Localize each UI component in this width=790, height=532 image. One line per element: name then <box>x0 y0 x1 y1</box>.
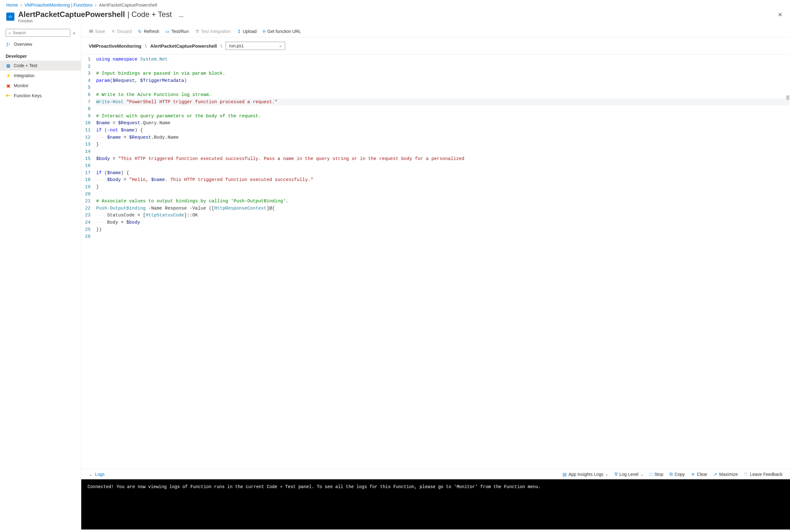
key-icon: 🔑︎ <box>6 93 11 98</box>
maximize-button[interactable]: ↗ Maximize <box>713 472 738 477</box>
test-integration-button[interactable]: ⚗ Test integration <box>195 29 231 34</box>
path-segment: AlertPacketCaptuePowershell <box>150 43 217 49</box>
chevron-down-icon: ⌄ <box>605 472 608 476</box>
upload-icon: ↥ <box>237 29 241 34</box>
clear-button[interactable]: ✕ Clear <box>691 472 707 477</box>
sidebar-section-developer: Developer <box>0 49 81 60</box>
save-button[interactable]: 💾︎ Save <box>89 29 105 34</box>
breadcrumb: Home › VMProactiveMonitoring | Functions… <box>0 0 790 9</box>
breadcrumb-current: AlertPacketCaptuePowershell <box>99 2 157 7</box>
search-input[interactable] <box>13 31 68 35</box>
play-icon: ▭ <box>165 29 169 34</box>
logs-btn-label: Log Level <box>619 472 638 477</box>
sidebar-item-label: Integration <box>14 73 35 78</box>
editor-gutter: 1234567891011121314151617181920212223242… <box>81 56 96 240</box>
more-icon[interactable]: … <box>178 13 184 18</box>
logs-btn-label: Leave Feedback <box>750 472 783 477</box>
code-icon: ▦ <box>6 63 11 68</box>
sidebar: ⌕ « ƒx Overview Developer ▦ Code + Test … <box>0 26 81 530</box>
app-insights-logs-button[interactable]: ▤ App Insights Logs ⌄ <box>563 472 608 477</box>
clear-icon: ✕ <box>691 472 695 477</box>
lightning-icon: ⚡ <box>6 73 11 78</box>
overview-icon: ƒx <box>6 42 11 47</box>
refresh-button[interactable]: ↻ Refresh <box>138 29 159 34</box>
code-editor[interactable]: 1234567891011121314151617181920212223242… <box>81 54 790 469</box>
file-select-dropdown[interactable]: run.ps1 <box>226 42 285 50</box>
toolbar-label: Refresh <box>144 29 159 34</box>
path-segment: VMProactiveMonitoring <box>89 43 142 49</box>
search-icon: ⌕ <box>8 31 11 35</box>
breadcrumb-home[interactable]: Home <box>6 2 18 7</box>
save-icon: 💾︎ <box>89 29 93 34</box>
main-content: 💾︎ Save ✕ Discard ↻ Refresh ▭ Test/Run ⚗… <box>81 26 790 530</box>
toolbar-label: Save <box>95 29 105 34</box>
toolbar-label: Upload <box>243 29 257 34</box>
copy-icon: ⧉ <box>670 472 673 477</box>
sidebar-item-code-test[interactable]: ▦ Code + Test <box>0 60 81 71</box>
log-level-button[interactable]: ∇ Log Level ⌄ <box>615 472 643 477</box>
path-separator: \ <box>221 43 222 49</box>
file-select-value: run.ps1 <box>229 43 244 48</box>
sidebar-item-label: Function Keys <box>14 93 42 98</box>
logs-btn-label: Maximize <box>719 472 738 477</box>
stop-icon: □ <box>650 472 652 477</box>
logs-toggle[interactable]: ⌄ Logs <box>89 472 105 477</box>
leave-feedback-button[interactable]: ♡ Leave Feedback <box>744 472 783 477</box>
list-icon: ▤ <box>563 472 567 477</box>
discard-icon: ✕ <box>111 29 115 34</box>
logs-btn-label: App Insights Logs <box>568 472 603 477</box>
test-run-button[interactable]: ▭ Test/Run <box>165 29 189 34</box>
search-input-wrap[interactable]: ⌕ <box>6 29 70 37</box>
copy-button[interactable]: ⧉ Copy <box>670 472 685 477</box>
page-subtitle: Function <box>18 19 184 23</box>
logs-console: Connected! You are now viewing logs of F… <box>81 479 790 530</box>
discard-button[interactable]: ✕ Discard <box>111 29 132 34</box>
sidebar-item-integration[interactable]: ⚡ Integration <box>0 71 81 81</box>
maximize-icon: ↗ <box>713 472 717 477</box>
flask-icon: ⚗ <box>195 29 199 34</box>
chevron-right-icon: › <box>95 2 97 7</box>
chevron-right-icon: › <box>20 2 22 7</box>
link-icon: ⎘ <box>263 29 265 34</box>
toolbar-label: Discard <box>117 29 132 34</box>
toolbar-label: Test/Run <box>171 29 189 34</box>
monitor-icon: ▣ <box>6 83 11 88</box>
refresh-icon: ↻ <box>138 29 142 34</box>
page-header: ‹/› AlertPacketCaptuePowershell | Code +… <box>0 9 790 26</box>
sidebar-item-label: Monitor <box>14 83 29 88</box>
toolbar-label: Test integration <box>201 29 231 34</box>
page-title: AlertPacketCaptuePowershell | Code + Tes… <box>18 10 184 19</box>
scrollbar-thumb[interactable] <box>786 95 789 100</box>
chevron-down-icon: ⌄ <box>89 472 93 477</box>
path-separator: \ <box>145 43 147 49</box>
toolbar: 💾︎ Save ✕ Discard ↻ Refresh ▭ Test/Run ⚗… <box>81 26 790 37</box>
sidebar-item-label: Overview <box>14 42 32 47</box>
page-title-main: AlertPacketCaptuePowershell <box>18 10 125 19</box>
sidebar-item-overview[interactable]: ƒx Overview <box>0 39 81 49</box>
logs-btn-label: Stop <box>654 472 663 477</box>
logs-title-label: Logs <box>95 472 105 477</box>
logs-btn-label: Copy <box>675 472 685 477</box>
close-icon[interactable]: ✕ <box>778 11 783 18</box>
upload-button[interactable]: ↥ Upload <box>237 29 257 34</box>
page-title-suffix: | Code + Test <box>127 10 172 19</box>
collapse-sidebar-icon[interactable]: « <box>73 31 75 35</box>
breadcrumb-mid[interactable]: VMProactiveMonitoring | Functions <box>24 2 93 7</box>
logs-toolbar: ⌄ Logs ▤ App Insights Logs ⌄ ∇ Log Level… <box>81 469 790 479</box>
editor-lines[interactable]: using namespace System.Net # Input bindi… <box>96 56 790 240</box>
logs-btn-label: Clear <box>697 472 707 477</box>
toolbar-label: Get function URL <box>267 29 301 34</box>
sidebar-item-monitor[interactable]: ▣ Monitor <box>0 81 81 91</box>
file-path-bar: VMProactiveMonitoring \ AlertPacketCaptu… <box>81 37 790 54</box>
function-app-icon: ‹/› <box>6 13 15 21</box>
filter-icon: ∇ <box>615 472 618 477</box>
chevron-down-icon: ⌄ <box>640 472 643 476</box>
sidebar-item-function-keys[interactable]: 🔑︎ Function Keys <box>0 91 81 101</box>
get-function-url-button[interactable]: ⎘ Get function URL <box>263 29 301 34</box>
heart-icon: ♡ <box>744 472 748 477</box>
sidebar-item-label: Code + Test <box>14 63 37 68</box>
stop-button[interactable]: □ Stop <box>650 472 663 477</box>
